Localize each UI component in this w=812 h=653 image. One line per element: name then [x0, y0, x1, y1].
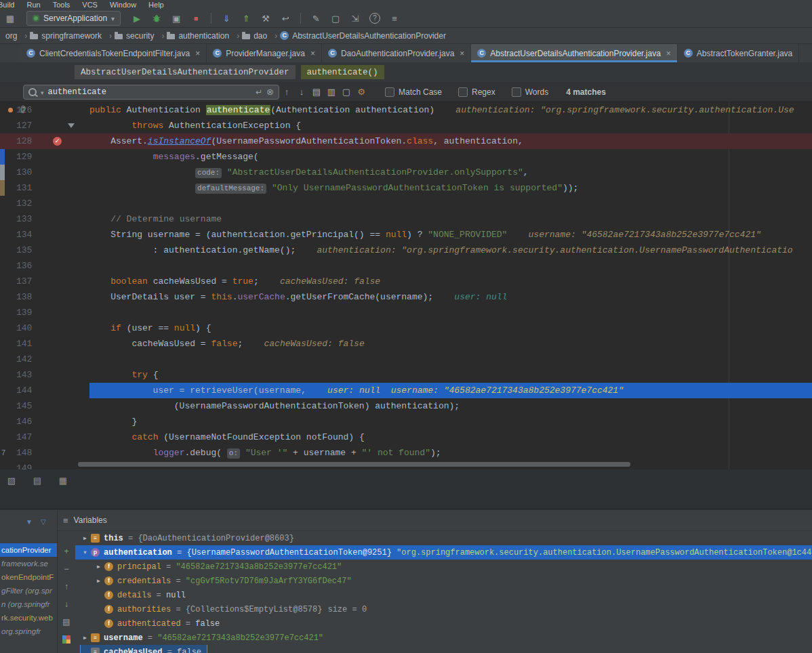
layout-settings-icon[interactable] — [61, 634, 72, 645]
variable-row-credentials[interactable]: credentials = "cgGvf5Rotv7D76m9JaArfY3YG… — [75, 574, 812, 588]
frame-row[interactable]: gFilter (org.spr — [0, 584, 57, 597]
gutter[interactable]: 136 — [0, 258, 89, 274]
code-text[interactable]: if (user == null) { — [89, 320, 812, 336]
line-number[interactable]: 127 — [16, 118, 32, 133]
code-text[interactable] — [89, 352, 812, 367]
line-number[interactable]: 137 — [16, 274, 32, 289]
gutter[interactable]: 135 — [0, 243, 89, 258]
copy-value-icon[interactable] — [61, 616, 72, 627]
frame-row[interactable]: org.springfr — [0, 625, 57, 638]
line-number[interactable]: 133 — [16, 211, 32, 227]
table-icon[interactable] — [56, 473, 70, 487]
code-text[interactable] — [89, 258, 812, 274]
vcs-commit-icon[interactable] — [239, 12, 253, 25]
thread-filter-icon[interactable] — [26, 518, 33, 526]
editor-tab-abstractuserdetailsauthenticationprovider-java[interactable]: AbstractUserDetailsAuthenticationProvide… — [471, 44, 677, 62]
close-tab-icon[interactable] — [666, 49, 671, 58]
rollback-icon[interactable] — [278, 12, 293, 25]
checkbox-icon[interactable] — [458, 87, 468, 97]
run-config-selector[interactable]: ServerApplication — [26, 11, 121, 26]
menu-item-vcs[interactable]: VCS — [82, 0, 98, 9]
newline-icon[interactable] — [256, 87, 262, 97]
code-text[interactable] — [89, 196, 812, 211]
event-log-icon[interactable] — [387, 12, 402, 25]
gutter[interactable]: 128 — [0, 133, 89, 149]
gutter[interactable]: 130 — [0, 165, 89, 180]
frame-row[interactable]: okenEndpointF — [0, 570, 57, 584]
line-number[interactable]: 141 — [16, 336, 32, 352]
gutter[interactable]: 138 — [0, 289, 89, 305]
frame-row[interactable]: n (org.springfr — [0, 597, 57, 611]
gutter[interactable]: 149 — [0, 461, 89, 469]
vcs-update-icon[interactable] — [219, 12, 234, 25]
method-chip[interactable]: authenticate() — [301, 65, 384, 79]
run-button[interactable] — [129, 12, 144, 25]
line-number[interactable]: 142 — [16, 352, 32, 367]
code-text[interactable]: // Determine username — [89, 211, 812, 227]
code-text[interactable] — [89, 305, 812, 320]
variable-row-authentication[interactable]: authentication = {UsernamePasswordAuthen… — [75, 545, 812, 560]
code-text[interactable]: : authentication.getName(); authenticati… — [89, 243, 812, 258]
search-field[interactable]: authenticate — [23, 85, 279, 100]
gutter[interactable]: 127 — [0, 118, 89, 133]
line-number[interactable]: 148 — [16, 445, 32, 461]
menu-item-help[interactable]: Help — [148, 0, 164, 9]
code-text[interactable]: String username = (authentication.getPri… — [89, 227, 812, 243]
search-settings-icon[interactable] — [354, 87, 369, 97]
line-number[interactable]: 145 — [16, 398, 32, 414]
code-text[interactable]: user = retrieveUser(username, user: null… — [89, 383, 812, 398]
variable-row-cachewasused[interactable]: cacheWasUsed = false — [75, 645, 812, 653]
line-number[interactable]: 138 — [16, 289, 32, 305]
code-text[interactable]: UserDetails user = this.userCache.getUse… — [89, 289, 812, 305]
breadcrumb-item-security[interactable]: security — [115, 31, 164, 41]
window-layout-icon[interactable] — [3, 12, 18, 25]
variable-row-this[interactable]: this = {DaoAuthenticationProvider@8603} — [75, 531, 812, 545]
collapse-icon[interactable] — [81, 549, 89, 555]
checkbox-icon[interactable] — [385, 87, 394, 97]
editor-tab-providermanager-java[interactable]: ProviderManager.java — [207, 44, 322, 62]
gutter[interactable]: 126 — [0, 102, 89, 118]
hide-frames-icon[interactable] — [41, 518, 46, 526]
search-option-words[interactable]: Words — [512, 87, 548, 97]
code-editor[interactable]: 126public Authentication authenticate(Au… — [0, 102, 812, 469]
gutter[interactable]: 129 — [0, 149, 89, 165]
remove-watch-icon[interactable] — [61, 564, 72, 574]
gutter[interactable]: 143 — [0, 367, 89, 383]
line-number[interactable]: 149 — [16, 461, 32, 469]
gutter[interactable]: 147 — [0, 429, 89, 445]
gutter[interactable]: 7148 — [0, 445, 89, 461]
line-number[interactable]: 135 — [16, 243, 32, 258]
line-number[interactable]: 130 — [16, 165, 32, 180]
gutter[interactable]: 146 — [0, 414, 89, 429]
line-number[interactable]: 147 — [16, 429, 32, 445]
navigate-up-icon[interactable] — [61, 581, 72, 592]
code-text[interactable]: catch (UsernameNotFoundException notFoun… — [89, 429, 812, 445]
filter-search-icon[interactable] — [324, 87, 339, 97]
code-text[interactable]: throws AuthenticationException { — [89, 118, 812, 133]
code-text[interactable]: boolean cacheWasUsed = true; cacheWasUse… — [89, 274, 812, 289]
line-number[interactable]: 128 — [16, 133, 32, 149]
search-option-match-case[interactable]: Match Case — [385, 87, 442, 97]
close-tab-icon[interactable] — [195, 49, 200, 58]
gutter[interactable]: 141 — [0, 336, 89, 352]
class-chip[interactable]: AbstractUserDetailsAuthenticationProvide… — [75, 65, 296, 79]
menu-item-tools[interactable]: Tools — [53, 0, 70, 9]
editor-tab-abstracttokengranter-java[interactable]: AbstractTokenGranter.java — [678, 44, 799, 62]
variable-row-authorities[interactable]: authorities = {Collections$EmptyList@857… — [75, 602, 812, 616]
variable-row-principal[interactable]: principal = "46582ae7217343a8b252e3977e7… — [75, 560, 812, 574]
frame-row[interactable]: framework.se — [0, 557, 57, 570]
line-number[interactable]: 143 — [16, 367, 32, 383]
import-icon[interactable] — [348, 12, 363, 25]
find-all-icon[interactable] — [309, 87, 324, 97]
checkbox-icon[interactable] — [512, 87, 521, 97]
line-number[interactable]: 131 — [16, 180, 32, 196]
expand-icon[interactable] — [94, 578, 103, 584]
previous-match-icon[interactable] — [279, 87, 294, 97]
breadcrumb-item-abstractuserdetailsauthenticationprovider[interactable]: AbstractUserDetailsAuthenticationProvide… — [280, 31, 453, 41]
debug-button[interactable] — [149, 12, 164, 25]
horizontal-scrollbar[interactable] — [78, 462, 630, 467]
code-text[interactable]: messages.getMessage( — [89, 149, 812, 165]
code-text[interactable]: code: "AbstractUserDetailsAuthentication… — [89, 165, 812, 180]
menu-item-window[interactable]: Window — [110, 0, 136, 9]
code-text[interactable]: Assert.isInstanceOf(UsernamePasswordAuth… — [89, 133, 812, 149]
